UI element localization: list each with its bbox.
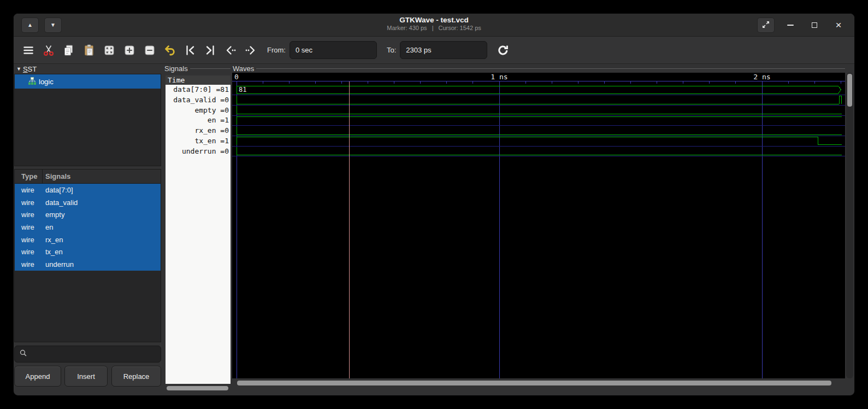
- forward-button[interactable]: [244, 43, 257, 57]
- waves-hscrollbar[interactable]: [232, 379, 845, 387]
- cut-button[interactable]: [42, 43, 55, 57]
- sst-header[interactable]: ▼ SST: [16, 65, 37, 73]
- to-input[interactable]: [400, 41, 487, 59]
- cut-icon: [42, 44, 55, 57]
- window-subtitle: Marker: 430 ps | Cursor: 1542 ps: [14, 25, 854, 31]
- close-button[interactable]: ×: [830, 17, 847, 33]
- maximize-icon: [812, 22, 817, 28]
- table-row[interactable]: wirerx_en: [15, 233, 161, 246]
- signal-type: wire: [15, 184, 43, 196]
- table-row[interactable]: wireempty: [15, 208, 161, 221]
- signal-value-entry[interactable]: tx_en =1: [166, 136, 231, 147]
- to-label: To:: [387, 46, 396, 54]
- table-row[interactable]: wireen: [15, 221, 161, 233]
- table-row[interactable]: wiredata_valid: [15, 196, 161, 209]
- cursor-status: Cursor: 1542 ps: [438, 25, 481, 31]
- expander-triangle-icon: ▼: [16, 66, 21, 72]
- sst-label: SST: [23, 65, 37, 73]
- marker-status: Marker: 430 ps: [387, 25, 427, 31]
- go-last-icon: [204, 44, 217, 57]
- minimize-button[interactable]: [782, 17, 799, 33]
- undo-button[interactable]: [163, 43, 176, 57]
- signal-name: underrun: [43, 258, 161, 271]
- signal-name: empty: [43, 208, 161, 221]
- go-last-button[interactable]: [203, 43, 217, 57]
- reload-button[interactable]: [496, 43, 510, 57]
- signal-name: en: [43, 221, 161, 233]
- main-area: ▼ SST logic Type Signals wiredata[7:0]wi…: [14, 65, 855, 390]
- signals-hscrollbar[interactable]: [166, 385, 231, 391]
- signal-value-entry[interactable]: underrun =0: [166, 147, 231, 157]
- signal-name: tx_en: [43, 246, 161, 258]
- reload-icon: [497, 44, 510, 57]
- move-up-button[interactable]: ▲: [21, 17, 39, 33]
- replace-button[interactable]: Replace: [111, 366, 161, 387]
- scrollbar-thumb[interactable]: [167, 386, 228, 390]
- tree-item-logic[interactable]: logic: [15, 74, 161, 89]
- menu-icon: [22, 44, 35, 57]
- insert-button[interactable]: Insert: [64, 366, 108, 387]
- back-icon: [224, 44, 237, 57]
- copy-button[interactable]: [62, 43, 75, 57]
- wave-canvas[interactable]: 01 ns2 ns81: [232, 73, 845, 378]
- gtkwave-window: ▲ ▼ GTKWave - test.vcd Marker: 430 ps | …: [13, 13, 855, 396]
- tree-item-label: logic: [39, 78, 54, 86]
- column-header-type[interactable]: Type: [15, 170, 43, 183]
- scrollbar-thumb[interactable]: [847, 74, 852, 107]
- expand-button[interactable]: [757, 17, 775, 33]
- search-input[interactable]: [31, 350, 157, 358]
- signal-value-entry[interactable]: data_valid =0: [166, 95, 231, 106]
- signal-name: data[7:0]: [43, 184, 161, 196]
- waves-vscrollbar[interactable]: [846, 73, 853, 378]
- signal-value-entry[interactable]: rx_en =0: [166, 126, 231, 136]
- sst-tree: logic: [14, 74, 161, 166]
- signal-type: wire: [15, 258, 43, 271]
- zoom-in-button[interactable]: [122, 43, 136, 57]
- signal-type: wire: [15, 246, 43, 258]
- signal-type: wire: [15, 221, 43, 233]
- signal-value-entry[interactable]: empty =0: [166, 106, 231, 116]
- maximize-button[interactable]: [806, 17, 823, 33]
- move-down-button[interactable]: ▼: [44, 17, 62, 33]
- signal-table-header: Type Signals: [15, 170, 161, 184]
- from-input[interactable]: [290, 41, 377, 59]
- signal-type: wire: [15, 208, 43, 221]
- table-row[interactable]: wiredata[7:0]: [15, 184, 161, 196]
- waves-frame-label: Waves: [233, 65, 845, 73]
- close-icon: ×: [835, 20, 841, 30]
- subtitle-divider: |: [432, 25, 434, 31]
- signals-values-panel: Time data[7:0] =81data_valid =0empty =0e…: [166, 75, 231, 384]
- signal-value-entry[interactable]: data[7:0] =81: [166, 85, 231, 95]
- titlebar: ▲ ▼ GTKWave - test.vcd Marker: 430 ps | …: [14, 14, 854, 37]
- scrollbar-thumb[interactable]: [237, 381, 831, 385]
- signal-value-entry[interactable]: en =1: [166, 115, 231, 126]
- forward-icon: [244, 44, 257, 57]
- signal-name: rx_en: [43, 233, 161, 246]
- signal-type: wire: [15, 233, 43, 246]
- table-row[interactable]: wiretx_en: [15, 246, 161, 258]
- toolbar: From: To:: [14, 37, 854, 64]
- zoom-fit-button[interactable]: [102, 43, 116, 57]
- signal-type: wire: [15, 196, 43, 209]
- append-button[interactable]: Append: [14, 366, 61, 387]
- svg-text:81: 81: [239, 86, 246, 94]
- menu-button[interactable]: [21, 43, 35, 57]
- search-icon: [19, 348, 28, 360]
- go-first-button[interactable]: [183, 43, 197, 57]
- copy-icon: [62, 44, 75, 57]
- table-row[interactable]: wireunderrun: [15, 258, 161, 271]
- signal-name: data_valid: [43, 196, 161, 209]
- svg-text:0: 0: [234, 73, 239, 81]
- hierarchy-icon: [28, 77, 37, 87]
- back-button[interactable]: [223, 43, 237, 57]
- paste-button[interactable]: [82, 43, 96, 57]
- window-title: GTKWave - test.vcd: [14, 16, 854, 24]
- svg-text:1 ns: 1 ns: [491, 73, 507, 81]
- pane-divider-left[interactable]: [161, 65, 166, 390]
- zoom-out-button[interactable]: [143, 43, 156, 57]
- up-triangle-icon: ▲: [27, 22, 33, 28]
- time-header: Time: [166, 75, 231, 85]
- column-header-signals[interactable]: Signals: [43, 170, 161, 183]
- zoom-in-icon: [123, 44, 136, 57]
- expand-icon: [761, 20, 771, 31]
